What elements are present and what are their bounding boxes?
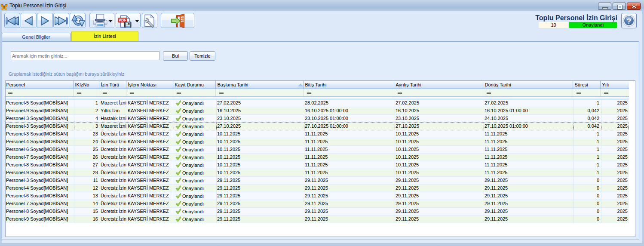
svg-text:PDF: PDF [119, 18, 126, 22]
svg-text:?: ? [627, 17, 631, 25]
